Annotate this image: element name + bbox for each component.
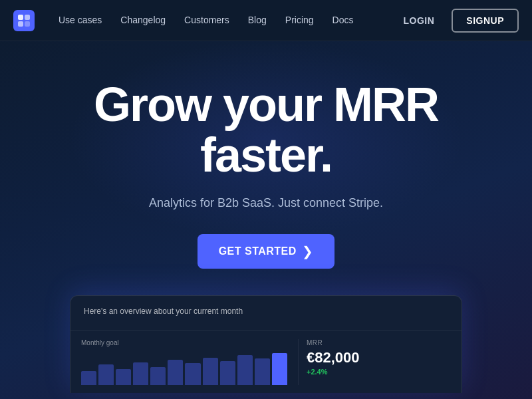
- dashboard-preview: Here's an overview about your current mo…: [70, 295, 462, 393]
- signup-button[interactable]: SIGNUP: [452, 9, 519, 33]
- mini-chart: [81, 352, 287, 385]
- chart-bar-3: [133, 362, 148, 385]
- svg-rect-1: [25, 15, 30, 20]
- nav-link-changelog[interactable]: Changelog: [112, 11, 174, 29]
- mrr-growth: +2.4%: [307, 368, 451, 376]
- nav-link-customers[interactable]: Customers: [176, 11, 237, 29]
- login-button[interactable]: LOGIN: [392, 10, 445, 31]
- chart-bar-0: [81, 371, 96, 385]
- cta-button[interactable]: GET STARTED ❯: [198, 234, 335, 269]
- navbar: Use cases Changelog Customers Blog Prici…: [0, 0, 532, 41]
- nav-actions: LOGIN SIGNUP: [392, 9, 519, 33]
- chart-bar-7: [203, 358, 218, 385]
- chart-bar-4: [150, 367, 166, 385]
- nav-logo[interactable]: [13, 10, 35, 31]
- dashboard-content: Monthly goal MRR €82,000 +2.4%: [70, 331, 462, 393]
- chart-label: Monthly goal: [81, 339, 287, 346]
- nav-link-docs[interactable]: Docs: [325, 11, 362, 29]
- dashboard-left-panel: Monthly goal: [81, 339, 287, 385]
- hero-subtitle: Analytics for B2b SaaS. Just connect Str…: [149, 196, 383, 210]
- mrr-value: €82,000: [307, 349, 451, 366]
- hero-title-line2: faster.: [200, 128, 332, 182]
- nav-link-pricing[interactable]: Pricing: [277, 11, 322, 29]
- svg-rect-0: [18, 15, 23, 20]
- nav-link-use-cases[interactable]: Use cases: [51, 11, 110, 30]
- svg-rect-3: [25, 21, 30, 27]
- chart-bar-8: [220, 361, 235, 385]
- cta-label: GET STARTED: [219, 245, 297, 257]
- dashboard-header-text: Here's an overview about your current mo…: [84, 307, 448, 316]
- cta-arrow-icon: ❯: [302, 243, 314, 259]
- dashboard-header: Here's an overview about your current mo…: [70, 296, 462, 331]
- chart-bar-5: [168, 360, 183, 385]
- mrr-label: MRR: [307, 339, 451, 346]
- svg-rect-2: [18, 21, 23, 27]
- hero-section: Grow your MRR faster. Analytics for B2b …: [0, 0, 532, 399]
- hero-title: Grow your MRR faster.: [94, 80, 438, 180]
- dashboard-right-panel: MRR €82,000 +2.4%: [298, 339, 451, 385]
- chart-bar-2: [116, 369, 131, 385]
- chart-bar-9: [237, 355, 253, 385]
- nav-links: Use cases Changelog Customers Blog Prici…: [51, 11, 392, 30]
- chart-bar-6: [185, 363, 200, 385]
- hero-title-line1: Grow your MRR: [94, 78, 438, 131]
- chart-bar-10: [255, 358, 270, 385]
- chart-bar-1: [98, 364, 114, 385]
- chart-bar-11: [272, 353, 287, 385]
- nav-link-blog[interactable]: Blog: [240, 11, 275, 29]
